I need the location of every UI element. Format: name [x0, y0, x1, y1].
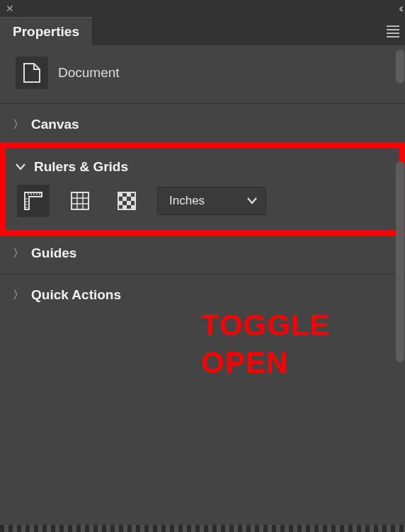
transparency-grid-icon	[117, 191, 137, 211]
toggle-grid-button[interactable]	[64, 185, 96, 217]
rulers-grids-content: Inches	[13, 185, 392, 217]
section-title: Guides	[31, 245, 76, 261]
tab-properties[interactable]: Properties	[0, 17, 93, 45]
svg-rect-16	[127, 192, 131, 197]
document-icon	[16, 57, 48, 89]
section-rulers-grids[interactable]: Rulers & Grids	[13, 154, 392, 185]
section-title: Rulers & Grids	[34, 159, 128, 175]
section-title: Canvas	[31, 117, 79, 132]
chevron-right-icon: 〉	[13, 119, 23, 130]
section-rulers-grids-highlighted: Rulers & Grids	[0, 142, 405, 236]
tab-row: Properties	[0, 17, 405, 45]
svg-rect-22	[131, 205, 135, 209]
units-dropdown[interactable]: Inches	[157, 187, 266, 215]
annotation-text: TOGGLE OPEN	[201, 307, 331, 381]
document-label: Document	[58, 65, 120, 81]
svg-rect-21	[122, 205, 127, 209]
svg-rect-9	[72, 192, 89, 209]
collapse-panel-icon[interactable]: ‹‹	[399, 3, 401, 14]
toggle-rulers-button[interactable]	[17, 185, 50, 217]
close-icon[interactable]: ✕	[6, 4, 14, 13]
svg-rect-20	[127, 201, 131, 205]
resize-handle[interactable]	[0, 525, 405, 532]
grid-icon	[70, 191, 90, 211]
ruler-icon	[23, 190, 44, 212]
scroll-thumb[interactable]	[396, 50, 404, 83]
section-title: Quick Actions	[31, 287, 121, 303]
document-row: Document	[0, 45, 405, 103]
svg-rect-18	[131, 197, 135, 201]
svg-rect-17	[122, 197, 127, 201]
chevron-right-icon: 〉	[13, 289, 23, 301]
section-canvas[interactable]: 〉 Canvas	[0, 104, 405, 145]
chevron-down-icon	[16, 161, 25, 173]
annotation-line: OPEN	[201, 345, 331, 382]
svg-rect-15	[118, 192, 122, 197]
window-top-bar: ✕ ‹‹	[0, 0, 405, 17]
section-quick-actions[interactable]: 〉 Quick Actions	[0, 274, 405, 316]
scroll-thumb[interactable]	[396, 161, 404, 362]
units-selected: Inches	[169, 194, 205, 208]
panel-body: Document 〉 Canvas Rulers & Grids	[0, 45, 405, 532]
section-guides[interactable]: 〉 Guides	[0, 233, 405, 274]
panel-menu-icon[interactable]	[387, 25, 399, 37]
svg-rect-19	[118, 201, 122, 205]
tab-label: Properties	[13, 24, 79, 40]
chevron-right-icon: 〉	[13, 248, 23, 259]
toggle-transparency-grid-button[interactable]	[110, 185, 143, 217]
chevron-down-icon	[247, 194, 257, 208]
